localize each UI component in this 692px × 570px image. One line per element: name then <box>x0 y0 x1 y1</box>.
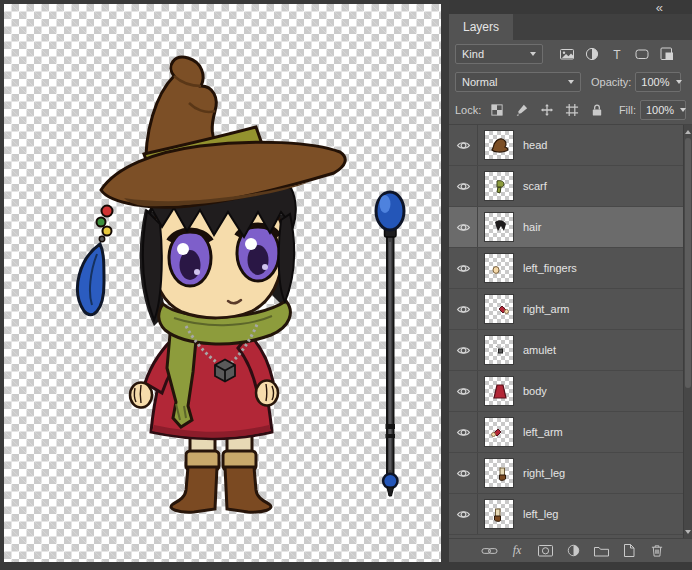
document-canvas[interactable] <box>4 4 441 562</box>
layers-panel: « Layers Kind T No <box>449 0 692 562</box>
visibility-toggle[interactable] <box>449 453 478 493</box>
eye-icon <box>456 263 471 274</box>
eye-icon <box>456 468 471 479</box>
chevron-down-icon <box>676 80 682 84</box>
layer-row-body[interactable]: body <box>449 371 692 412</box>
layer-row-left-leg[interactable]: left_leg <box>449 494 692 535</box>
panel-tab-bar: Layers <box>449 14 692 40</box>
link-layers-icon[interactable] <box>480 542 498 559</box>
layer-name: head <box>523 139 547 151</box>
kind-filter-dropdown[interactable]: Kind <box>455 44 543 64</box>
layer-name: right_arm <box>523 303 569 315</box>
visibility-toggle[interactable] <box>449 371 478 411</box>
svg-text:T: T <box>613 48 621 62</box>
layer-row-scarf[interactable]: scarf <box>449 166 692 207</box>
layer-row-head[interactable]: head <box>449 125 692 166</box>
panel-header: « <box>449 0 692 14</box>
staff-artwork <box>376 192 404 496</box>
layer-name: right_leg <box>523 467 565 479</box>
layer-thumbnail[interactable] <box>484 417 514 447</box>
layer-name: amulet <box>523 344 556 356</box>
fill-input[interactable]: 100% <box>640 100 686 120</box>
lock-all-icon[interactable] <box>587 101 606 120</box>
shape-layers-filter-icon[interactable] <box>632 45 651 64</box>
eye-icon <box>456 345 471 356</box>
layer-style-fx-icon[interactable]: fx <box>508 542 526 559</box>
layer-row-left-arm[interactable]: left_arm <box>449 412 692 453</box>
layer-row-amulet[interactable]: amulet <box>449 330 692 371</box>
opacity-label: Opacity: <box>591 76 631 88</box>
kind-filter-label: Kind <box>462 48 484 60</box>
chevron-down-icon <box>680 108 686 112</box>
fill-value: 100% <box>646 104 674 116</box>
scroll-down-arrow[interactable] <box>684 526 692 537</box>
adjustment-layers-filter-icon[interactable] <box>582 45 601 64</box>
eye-icon <box>456 222 471 233</box>
blend-mode-value: Normal <box>462 76 497 88</box>
eye-icon <box>456 509 471 520</box>
type-layers-filter-icon[interactable]: T <box>607 45 626 64</box>
filter-row: Kind T <box>449 40 692 68</box>
layers-bottom-toolbar: fx <box>449 538 692 562</box>
scrollbar-thumb[interactable] <box>685 138 691 388</box>
layer-thumbnail[interactable] <box>484 130 514 160</box>
eye-icon <box>456 386 471 397</box>
smart-objects-filter-icon[interactable] <box>657 45 676 64</box>
scroll-up-arrow[interactable] <box>684 126 692 137</box>
opacity-input[interactable]: 100% <box>635 72 681 92</box>
layer-thumbnail[interactable] <box>484 171 514 201</box>
eye-icon <box>456 181 471 192</box>
layer-thumbnail[interactable] <box>484 335 514 365</box>
layer-thumbnail[interactable] <box>484 376 514 406</box>
tab-layers[interactable]: Layers <box>449 14 513 40</box>
eye-icon <box>456 304 471 315</box>
add-layer-mask-icon[interactable] <box>536 542 554 559</box>
visibility-toggle[interactable] <box>449 166 478 206</box>
chevron-down-icon <box>530 52 536 56</box>
visibility-toggle[interactable] <box>449 207 478 247</box>
eye-icon <box>456 140 471 151</box>
lock-row: Lock: Fill: 100% <box>449 96 692 124</box>
pixel-layers-filter-icon[interactable] <box>557 45 576 64</box>
character-artwork <box>4 4 441 562</box>
delete-layer-icon[interactable] <box>648 542 666 559</box>
visibility-toggle[interactable] <box>449 289 478 329</box>
layer-thumbnail[interactable] <box>484 499 514 529</box>
layer-name: left_leg <box>523 508 558 520</box>
layer-list-scrollbar[interactable] <box>683 125 692 538</box>
layer-row-hair[interactable]: hair <box>449 207 692 248</box>
new-adjustment-layer-icon[interactable] <box>564 542 582 559</box>
layer-row-left-fingers[interactable]: left_fingers <box>449 248 692 289</box>
layer-name: scarf <box>523 180 547 192</box>
new-layer-icon[interactable] <box>620 542 638 559</box>
lock-position-icon[interactable] <box>537 101 556 120</box>
visibility-toggle[interactable] <box>449 125 478 165</box>
layer-row-right-leg[interactable]: right_leg <box>449 453 692 494</box>
blend-mode-dropdown[interactable]: Normal <box>455 72 581 92</box>
lock-image-pixels-icon[interactable] <box>512 101 531 120</box>
layer-thumbnail[interactable] <box>484 212 514 242</box>
layer-list: head scarf hair left_fingers right_arm a… <box>449 124 692 538</box>
lock-transparent-pixels-icon[interactable] <box>487 101 506 120</box>
chevron-down-icon <box>568 80 574 84</box>
layer-name: body <box>523 385 547 397</box>
layer-thumbnail[interactable] <box>484 253 514 283</box>
fill-label: Fill: <box>619 104 636 116</box>
visibility-toggle[interactable] <box>449 330 478 370</box>
layer-name: hair <box>523 221 541 233</box>
new-group-icon[interactable] <box>592 542 610 559</box>
collapse-panel-button[interactable]: « <box>656 2 662 13</box>
layer-thumbnail[interactable] <box>484 294 514 324</box>
blend-row: Normal Opacity: 100% <box>449 68 692 96</box>
visibility-toggle[interactable] <box>449 248 478 288</box>
lock-artboard-icon[interactable] <box>562 101 581 120</box>
eye-icon <box>456 427 471 438</box>
layer-thumbnail[interactable] <box>484 458 514 488</box>
opacity-value: 100% <box>641 76 669 88</box>
visibility-toggle[interactable] <box>449 494 478 534</box>
layer-name: left_arm <box>523 426 563 438</box>
layer-row-right-arm[interactable]: right_arm <box>449 289 692 330</box>
visibility-toggle[interactable] <box>449 412 478 452</box>
character <box>77 57 345 512</box>
lock-label: Lock: <box>455 104 481 116</box>
